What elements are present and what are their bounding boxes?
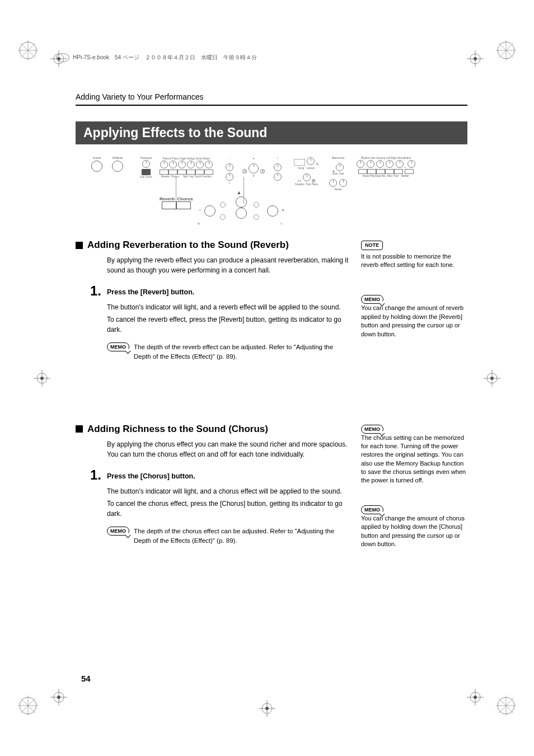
reverb-side-memo: You can change the amount of reverb appl… xyxy=(361,304,467,339)
svg-point-47 xyxy=(265,707,269,710)
breadcrumb: Adding Variety to Your Performances xyxy=(76,92,467,101)
header-oval-icon xyxy=(56,53,69,62)
reverb-step-body2: To cancel the reverb effect, press the [… xyxy=(107,314,350,335)
registration-mark-icon xyxy=(259,700,275,717)
reverb-memo-row: MEMO The depth of the reverb effect can … xyxy=(107,342,350,362)
reverb-side-note: It is not possible to memorize the rever… xyxy=(361,252,467,270)
print-rosette-icon xyxy=(495,694,517,717)
page-number: 54 xyxy=(81,674,91,683)
print-rosette-icon xyxy=(495,39,517,62)
chorus-memo-text: The depth of the chorus effect can be ad… xyxy=(134,527,350,546)
print-rosette-icon xyxy=(17,39,39,62)
chorus-step-body1: The button's indicator will light, and a… xyxy=(107,486,350,496)
svg-point-31 xyxy=(57,696,60,699)
control-panel-illustration: Volume Brilliance Transpose One Touch Pi… xyxy=(87,157,445,229)
step-number: 1. xyxy=(76,283,107,299)
registration-mark-icon xyxy=(484,370,500,387)
svg-point-27 xyxy=(474,57,477,60)
chorus-side-memo2: You can change the amount of chorus appl… xyxy=(361,514,467,549)
memo-icon: MEMO xyxy=(361,425,383,434)
note-icon: NOTE xyxy=(361,241,383,250)
chorus-side-memo1: The chorus setting can be memorized for … xyxy=(361,434,467,485)
svg-point-39 xyxy=(40,377,44,380)
print-header: HPi-7S-e.book 54 ページ ２００８年４月２日 水曜日 午前９時４… xyxy=(56,53,472,62)
header-meta-text: HPi-7S-e.book 54 ページ ２００８年４月２日 水曜日 午前９時４… xyxy=(73,54,257,62)
memo-icon: MEMO xyxy=(361,505,383,514)
reverb-step-body1: The button's indicator will light, and a… xyxy=(107,302,350,312)
memo-icon: MEMO xyxy=(361,295,383,304)
registration-mark-icon xyxy=(34,370,50,387)
cursor-pad-zoom: － ▲ ＋ × ○ xyxy=(204,196,277,224)
reverb-step-title: Press the [Reverb] button. xyxy=(107,283,194,299)
chorus-intro: By applying the chorus effect you can ma… xyxy=(107,439,350,459)
section-title-bar: Applying Effects to the Sound xyxy=(76,121,467,144)
step-number: 1. xyxy=(76,467,107,483)
horizontal-rule xyxy=(76,105,467,106)
memo-icon: MEMO xyxy=(107,527,129,536)
chorus-heading: Adding Richness to the Sound (Chorus) xyxy=(76,424,350,435)
chorus-memo-row: MEMO The depth of the chorus effect can … xyxy=(107,527,350,546)
memo-icon: MEMO xyxy=(107,342,129,351)
svg-point-35 xyxy=(474,696,477,699)
reverb-heading: Adding Reverberation to the Sound (Rever… xyxy=(76,240,350,251)
square-bullet-icon xyxy=(76,242,83,249)
print-rosette-icon xyxy=(17,694,39,717)
chorus-heading-text: Adding Richness to the Sound (Chorus) xyxy=(87,424,268,435)
registration-mark-icon xyxy=(50,689,67,706)
chorus-step-body2: To cancel the chorus effect, press the [… xyxy=(107,499,350,519)
chorus-step-title: Press the [Chorus] button. xyxy=(107,467,195,483)
reverb-memo-text: The depth of the reverb effect can be ad… xyxy=(134,342,350,362)
svg-point-43 xyxy=(490,377,494,380)
reverb-heading-text: Adding Reverberation to the Sound (Rever… xyxy=(87,240,289,251)
registration-mark-icon xyxy=(467,689,484,706)
reverb-intro: By applying the reverb effect you can pr… xyxy=(107,255,350,275)
square-bullet-icon xyxy=(76,425,83,433)
